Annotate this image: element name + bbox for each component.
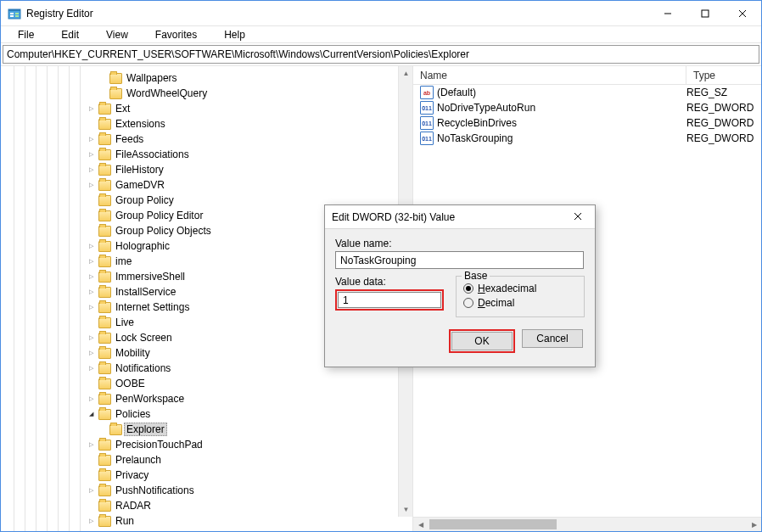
- dialog-close-button[interactable]: [568, 210, 588, 223]
- svg-rect-3: [10, 15, 14, 17]
- expand-icon[interactable]: [86, 304, 96, 311]
- tree-item-label: Privacy: [113, 469, 151, 481]
- expand-icon[interactable]: [86, 273, 96, 280]
- tree-item[interactable]: PrecisionTouchPad: [1, 437, 412, 452]
- expand-icon[interactable]: [86, 151, 96, 158]
- tree-item-label: Lock Screen: [113, 332, 175, 344]
- expand-icon[interactable]: [86, 258, 96, 265]
- expand-icon[interactable]: [86, 518, 96, 524]
- list-scrollbar-horizontal[interactable]: ◀ ▶: [413, 517, 761, 531]
- folder-icon: [98, 256, 111, 267]
- folder-icon: [98, 363, 111, 374]
- tree-item[interactable]: Privacy: [1, 468, 412, 483]
- expand-icon[interactable]: [86, 334, 96, 341]
- menu-file[interactable]: File: [4, 27, 48, 42]
- list-row[interactable]: ab(Default)REG_SZ: [413, 85, 761, 100]
- expand-icon[interactable]: [86, 365, 96, 372]
- tree-item[interactable]: Feeds: [1, 132, 412, 147]
- menu-edit[interactable]: Edit: [48, 27, 92, 42]
- folder-icon: [98, 348, 111, 359]
- tree-item-label: OOBE: [113, 378, 148, 389]
- tree-item[interactable]: GameDVR: [1, 177, 412, 193]
- base-groupbox: Base Hexadecimal Decimal: [456, 276, 585, 317]
- tree-item[interactable]: RADAR: [1, 498, 412, 513]
- tree-item-label: GameDVR: [113, 179, 167, 191]
- radio-icon: [463, 298, 473, 308]
- tree-item-label: Internet Settings: [113, 301, 192, 313]
- column-header-name[interactable]: Name: [413, 66, 686, 84]
- expand-icon[interactable]: [86, 182, 96, 188]
- close-button[interactable]: [724, 1, 761, 26]
- tree-item-label: Policies: [113, 408, 153, 420]
- value-type: REG_DWORD: [686, 117, 754, 129]
- folder-icon: [98, 470, 111, 481]
- expand-icon[interactable]: [86, 350, 96, 356]
- ok-button[interactable]: OK: [451, 332, 513, 350]
- expand-icon[interactable]: [86, 288, 96, 295]
- column-header-type[interactable]: Type: [686, 66, 761, 84]
- folder-icon: [98, 440, 111, 451]
- tree-item[interactable]: Policies: [1, 406, 412, 422]
- tree-item-label: Mobility: [113, 347, 153, 359]
- folder-icon: [98, 333, 111, 344]
- tree-item[interactable]: Ext: [1, 101, 412, 116]
- tree-item[interactable]: Explorer: [1, 422, 412, 437]
- folder-icon: [98, 104, 111, 115]
- expand-icon[interactable]: [86, 105, 96, 112]
- radio-icon: [463, 283, 473, 294]
- value-type: REG_DWORD: [686, 102, 754, 114]
- list-row[interactable]: 011NoTaskGroupingREG_DWORD: [413, 131, 761, 146]
- tree-item[interactable]: OOBE: [1, 376, 412, 391]
- menu-help[interactable]: Help: [210, 27, 259, 42]
- folder-icon: [109, 73, 122, 84]
- reg-dword-icon: 011: [420, 132, 434, 145]
- expand-icon[interactable]: [86, 243, 96, 249]
- radio-decimal[interactable]: Decimal: [463, 297, 577, 309]
- cancel-button[interactable]: Cancel: [522, 329, 583, 348]
- menu-favorites[interactable]: Favorites: [142, 27, 210, 42]
- tree-item[interactable]: PenWorkspace: [1, 391, 412, 406]
- expand-icon[interactable]: [86, 166, 96, 173]
- expand-icon[interactable]: [86, 136, 96, 143]
- list-row[interactable]: 011RecycleBinDrivesREG_DWORD: [413, 115, 761, 131]
- tree-item[interactable]: FileAssociations: [1, 147, 412, 162]
- folder-icon: [98, 165, 111, 176]
- tree-item[interactable]: Prelaunch: [1, 452, 412, 468]
- svg-rect-7: [702, 10, 709, 17]
- minimize-button[interactable]: [649, 1, 686, 26]
- radio-hexadecimal[interactable]: Hexadecimal: [463, 283, 577, 294]
- tree-item-label: Prelaunch: [113, 454, 164, 466]
- menu-view[interactable]: View: [92, 27, 142, 42]
- tree-item[interactable]: Run: [1, 513, 412, 529]
- value-data-input[interactable]: [338, 292, 441, 308]
- tree-item-label: ime: [113, 255, 134, 267]
- tree-item[interactable]: PushNotifications: [1, 483, 412, 498]
- expand-icon[interactable]: [86, 487, 96, 494]
- svg-rect-1: [8, 9, 20, 11]
- tree-item-label: Explorer: [124, 423, 167, 436]
- expand-icon[interactable]: [86, 441, 96, 448]
- folder-icon: [109, 88, 122, 99]
- address-bar[interactable]: Computer\HKEY_CURRENT_USER\SOFTWARE\Micr…: [3, 45, 759, 64]
- tree-item[interactable]: WordWheelQuery: [1, 86, 412, 101]
- expand-icon[interactable]: [86, 411, 96, 417]
- registry-editor-window: Registry Editor File Edit View Favorites…: [0, 0, 762, 532]
- value-name: NoTaskGrouping: [437, 132, 686, 144]
- value-name-label: Value name:: [335, 238, 585, 249]
- reg-dword-icon: 011: [420, 116, 434, 130]
- folder-icon: [98, 516, 111, 527]
- list-row[interactable]: 011NoDriveTypeAutoRunREG_DWORD: [413, 100, 761, 115]
- scroll-left-icon[interactable]: ◀: [413, 518, 428, 531]
- maximize-button[interactable]: [686, 1, 724, 26]
- scroll-down-icon[interactable]: ▼: [399, 502, 413, 517]
- folder-icon: [98, 119, 111, 130]
- tree-item-label: Extensions: [113, 118, 168, 130]
- expand-icon[interactable]: [86, 395, 96, 402]
- folder-icon: [98, 226, 111, 237]
- tree-item[interactable]: Extensions: [1, 116, 412, 132]
- scroll-up-icon[interactable]: ▲: [399, 66, 413, 81]
- scroll-right-icon[interactable]: ▶: [747, 518, 761, 531]
- tree-item[interactable]: FileHistory: [1, 162, 412, 177]
- tree-item[interactable]: Wallpapers: [1, 70, 412, 86]
- value-name: RecycleBinDrives: [437, 117, 686, 129]
